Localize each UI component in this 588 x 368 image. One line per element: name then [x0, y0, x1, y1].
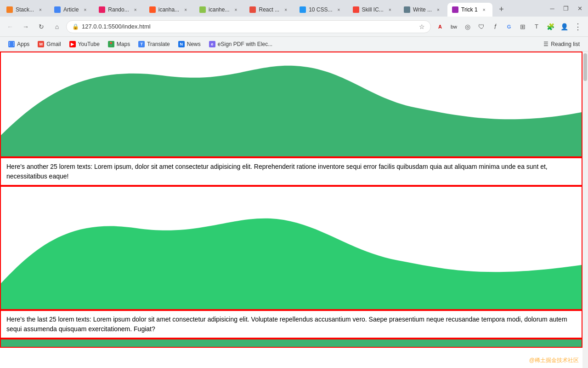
tab-close-article[interactable]: ×	[81, 6, 89, 13]
tab-close-10css[interactable]: ×	[335, 6, 343, 13]
bookmark-favicon-translate: T	[138, 41, 145, 47]
section-container: Here's another 25 lorem texts: Lorem ips…	[0, 52, 582, 348]
reading-list-button[interactable]: ☰ Reading list	[540, 39, 583, 50]
tab-trick[interactable]: Trick 1×	[447, 3, 492, 17]
tab-close-icanhas1[interactable]: ×	[182, 6, 189, 13]
circle-extension[interactable]: ◎	[461, 20, 474, 33]
bookmark-translate[interactable]: TTranslate	[135, 39, 174, 50]
tab-close-write[interactable]: ×	[435, 6, 442, 13]
close-button[interactable]: ✕	[573, 2, 586, 15]
tab-react[interactable]: React ...×	[245, 3, 294, 17]
bookmark-apps[interactable]: ⋮⋮Apps	[5, 39, 33, 50]
tab-close-random[interactable]: ×	[132, 6, 139, 13]
menu-button[interactable]: ⋮	[571, 20, 584, 33]
content-area: Here's another 25 lorem texts: Lorem ips…	[0, 52, 588, 368]
bookmark-favicon-apps: ⋮⋮	[8, 41, 15, 47]
tab-close-icanhas2[interactable]: ×	[232, 6, 239, 13]
toolbar-actions: A bw ◎ 🛡 f G ⊞ T 🧩 👤 ⋮	[434, 20, 584, 33]
tab-favicon-random	[99, 6, 105, 13]
bookmark-favicon-esign: e	[209, 41, 215, 47]
bookmark-label-apps: Apps	[17, 41, 29, 47]
back-button[interactable]: ←	[4, 20, 17, 33]
new-tab-button[interactable]: +	[495, 3, 508, 16]
tab-write[interactable]: Write ...×	[399, 3, 447, 17]
tab-label-random: Rando...	[108, 6, 129, 13]
tab-label-icanhas1: icanha...	[158, 6, 179, 13]
tab-skill[interactable]: Skill IC...×	[348, 3, 398, 17]
url-display: 127.0.0.1:5500/index.html	[82, 23, 416, 30]
acrobat-extension[interactable]: A	[434, 20, 447, 33]
forward-button[interactable]: →	[19, 20, 32, 33]
browser-window: Stack...×Article×Rando...×icanha...×ican…	[0, 0, 588, 368]
bw-extension[interactable]: bw	[447, 20, 460, 33]
address-bar[interactable]: 🔒 127.0.0.1:5500/index.html ☆	[66, 20, 431, 33]
tab-close-trick[interactable]: ×	[481, 6, 488, 13]
bookmark-favicon-gmail: M	[38, 41, 44, 47]
bookmark-favicon-maps: 📍	[108, 41, 114, 47]
tab-favicon-trick	[452, 6, 458, 13]
tab-label-write: Write ...	[413, 6, 432, 13]
bookmark-label-translate: Translate	[147, 41, 170, 47]
bottom-green-area	[0, 339, 582, 348]
tab-label-10css: 10 CSS...	[309, 6, 332, 13]
g-extension[interactable]: G	[503, 20, 515, 33]
security-icon: 🔒	[72, 23, 79, 30]
tab-stackoverflow[interactable]: Stack...×	[2, 3, 49, 17]
tab-label-article: Article	[63, 6, 79, 13]
scrollbar-thumb[interactable]	[583, 53, 587, 81]
tab-close-react[interactable]: ×	[282, 6, 289, 13]
text-block-2-content: Here's the last 25 lorem texts: Lorem ip…	[6, 316, 567, 333]
scrollbar-track[interactable]	[582, 52, 588, 368]
bookmark-label-gmail: Gmail	[46, 41, 61, 47]
bookmark-youtube[interactable]: ▶YouTube	[66, 39, 103, 50]
tab-favicon-article	[54, 6, 61, 13]
wave-container-2	[0, 186, 582, 310]
reading-list-icon: ☰	[543, 41, 548, 47]
tab-close-stackoverflow[interactable]: ×	[37, 6, 44, 13]
tab-close-skill[interactable]: ×	[386, 6, 394, 13]
window-controls: ─ ❐ ✕	[546, 2, 586, 17]
tab-bar: Stack...×Article×Rando...×icanha...×ican…	[0, 0, 588, 17]
tab-favicon-10css	[300, 6, 306, 13]
page-content[interactable]: Here's another 25 lorem texts: Lorem ips…	[0, 52, 582, 368]
puzzle-extension[interactable]: 🧩	[544, 20, 557, 33]
tab-label-trick: Trick 1	[461, 6, 478, 13]
wave-svg-2	[1, 187, 582, 310]
text-block-2: Here's the last 25 lorem texts: Lorem ip…	[0, 310, 582, 339]
text-block-1-content: Here's another 25 lorem texts: Lorem ips…	[6, 163, 548, 180]
tab-favicon-react	[249, 6, 256, 13]
shield-extension[interactable]: 🛡	[475, 20, 488, 33]
bookmarks-bar: ⋮⋮AppsMGmail▶YouTube📍MapsTTranslateNNews…	[0, 37, 588, 52]
tab-favicon-icanhas2	[199, 6, 206, 13]
maximize-button[interactable]: ❐	[560, 2, 572, 15]
bookmark-label-maps: Maps	[117, 41, 130, 47]
tab-label-stackoverflow: Stack...	[16, 6, 34, 13]
translate-extension[interactable]: T	[530, 20, 543, 33]
bookmark-maps[interactable]: 📍Maps	[104, 39, 134, 50]
bookmark-gmail[interactable]: MGmail	[34, 39, 64, 50]
tab-label-icanhas2: icanhe...	[209, 6, 229, 13]
reading-list-label: Reading list	[551, 41, 580, 47]
tab-article[interactable]: Article×	[50, 3, 93, 17]
wave-container-1	[0, 52, 582, 157]
formula-extension[interactable]: f	[489, 20, 502, 33]
bookmark-label-news: News	[187, 41, 201, 47]
bookmark-esign[interactable]: eeSign PDF with Elec...	[205, 39, 276, 50]
text-block-1: Here's another 25 lorem texts: Lorem ips…	[0, 157, 582, 186]
tab-10css[interactable]: 10 CSS...×	[295, 3, 347, 17]
minimize-button[interactable]: ─	[546, 2, 559, 15]
bookmark-star-icon[interactable]: ☆	[419, 23, 425, 30]
tab-icanhas2[interactable]: icanhe...×	[195, 3, 244, 17]
home-button[interactable]: ⌂	[51, 20, 63, 33]
grid-extension[interactable]: ⊞	[516, 20, 529, 33]
wave-svg-1	[1, 52, 582, 157]
watermark: @稀土掘金技术社区	[529, 356, 579, 364]
tab-label-skill: Skill IC...	[362, 6, 384, 13]
tab-icanhas1[interactable]: icanha...×	[145, 3, 194, 17]
reload-button[interactable]: ↻	[35, 20, 48, 33]
tab-favicon-skill	[353, 6, 359, 13]
bookmark-news[interactable]: NNews	[175, 39, 204, 50]
tab-random[interactable]: Rando...×	[94, 3, 143, 17]
tab-favicon-write	[404, 6, 410, 13]
profile-avatar[interactable]: 👤	[558, 20, 571, 33]
